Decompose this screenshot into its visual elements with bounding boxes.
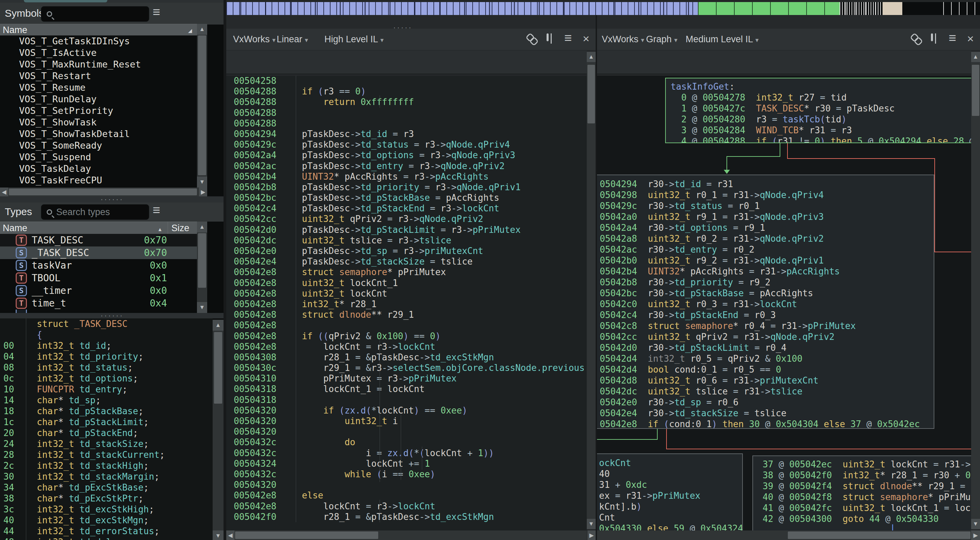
- hlil-vscrollbar[interactable]: ▲ ▼: [587, 51, 596, 530]
- split-pane-icon[interactable]: [931, 33, 933, 41]
- table-row[interactable]: S_TASK_DESC0x70: [0, 247, 197, 259]
- struct-line[interactable]: 1cchar* td_pStackLimit;: [0, 417, 213, 427]
- close-pane-icon[interactable]: ×: [967, 32, 974, 45]
- code-line[interactable]: 05042b8 r30->td_priority = r9_2: [600, 277, 934, 288]
- code-line[interactable]: 00504324 lockCnt += 1: [226, 459, 587, 469]
- list-item[interactable]: VOS_T_RunDelay: [0, 93, 197, 105]
- code-line[interactable]: 00504258: [226, 76, 587, 86]
- basic-block-entry[interactable]: taskInfoGet: 0 @ 00504278 int32_t r27 = …: [665, 78, 971, 143]
- mlil-vscrollbar[interactable]: ▲ ▼: [971, 51, 980, 530]
- code-line[interactable]: 00504288: [226, 108, 587, 118]
- code-line[interactable]: 38 @ 005042f0 int32_t* r28_1 = r30 + 0x4…: [763, 470, 971, 481]
- types-menu-icon[interactable]: ≡: [153, 204, 160, 217]
- code-line[interactable]: 0050432c do: [226, 437, 587, 448]
- code-line[interactable]: 0504294 r30->td_id = r31: [600, 178, 934, 190]
- code-line[interactable]: taskInfoGet:: [671, 81, 971, 92]
- code-line[interactable]: 005042e8 lockCnt = r3->lockCnt: [226, 501, 587, 512]
- scroll-up-icon[interactable]: ▲: [971, 52, 980, 62]
- code-line[interactable]: 05042bc r30->td_pStackBase = pAccRights: [600, 288, 934, 299]
- struct-line[interactable]: 04int32_t td_priority;: [0, 351, 213, 362]
- hlil-code-view[interactable]: 0050425800504288if (r3 == 0)00504288 ret…: [226, 76, 587, 530]
- code-line[interactable]: 00504318 lockCnt_1 = lockCnt: [226, 384, 587, 394]
- struct-line[interactable]: 0cint32_t td_options;: [0, 373, 213, 384]
- code-line[interactable]: 05042a8 uint32_t r0_2 = r31->qNode.qPriv…: [600, 233, 934, 244]
- scroll-up-icon[interactable]: ▲: [197, 24, 207, 35]
- scroll-right-icon[interactable]: ▶: [587, 530, 596, 540]
- struct-line[interactable]: 38char* td_pExcStkPtr;: [0, 493, 213, 504]
- list-item[interactable]: VOS_T_ShowTask: [0, 116, 197, 128]
- code-line[interactable]: 0050432c i = zx.d(*(lockCnt + 1)): [226, 448, 587, 459]
- types-vscrollbar[interactable]: ▲ ▼: [197, 221, 207, 313]
- code-line[interactable]: ockCnt: [599, 457, 742, 468]
- code-line[interactable]: 00504320 uint32_t i: [226, 416, 587, 427]
- splitter-symbols-types[interactable]: ······: [0, 196, 224, 202]
- binary-menu[interactable]: VxWorks ▾: [233, 34, 276, 45]
- pane-menu-icon[interactable]: ≡: [564, 31, 572, 44]
- code-line[interactable]: 005042f0 r28_1 = &pTaskDesc->td_excStkMg…: [226, 512, 587, 522]
- code-line[interactable]: 05042d0 r30->td_pStackLimit = r0_4: [600, 342, 934, 353]
- code-line[interactable]: 005042e0pTaskDesc->td_sp = r3->priMutexC…: [226, 246, 587, 256]
- code-line[interactable]: 00504318: [226, 395, 587, 405]
- list-item[interactable]: VOS_T_SomeReady: [0, 140, 197, 151]
- code-line[interactable]: 00504288if (r3 == 0): [226, 86, 587, 97]
- code-line[interactable]: 05042c8 struct semaphore* r0_4 = r31->pP…: [600, 320, 934, 331]
- struct-open-brace[interactable]: {: [0, 329, 213, 340]
- code-line[interactable]: 00504308 r28_1 = &pTaskDesc->td_excStkMg…: [226, 352, 587, 363]
- code-line[interactable]: 00504288: [226, 118, 587, 129]
- struct-line[interactable]: 08int32_t td_status;: [0, 362, 213, 373]
- basic-block-main[interactable]: 0504294 r30->td_id = r310504298 uint32_t…: [597, 175, 934, 429]
- code-line[interactable]: 005042a4pTaskDesc->td_options = r3->qNod…: [226, 150, 587, 161]
- scroll-down-icon[interactable]: ▼: [587, 519, 596, 529]
- close-pane-icon[interactable]: ×: [583, 32, 590, 45]
- il-menu[interactable]: High Level IL ▾: [325, 34, 384, 45]
- table-row[interactable]: Ttime_t0x4: [0, 297, 197, 309]
- struct-line[interactable]: 2cint32_t td_stackHigh;: [0, 460, 213, 471]
- struct-header[interactable]: struct _TASK_DESC: [0, 319, 213, 329]
- code-line[interactable]: 005042dcuint32_t tslice = r3->tslice: [226, 235, 587, 246]
- types-search-input[interactable]: [56, 207, 149, 218]
- list-item[interactable]: VOS_T_IsActive: [0, 47, 197, 59]
- code-line[interactable]: 0504298 uint32_t r0_1 = r31->qNode.qPriv…: [600, 190, 934, 201]
- scroll-down-icon[interactable]: ▼: [197, 177, 207, 188]
- symbols-vscrollbar[interactable]: ▲ ▼: [197, 24, 207, 188]
- scroll-up-icon[interactable]: ▲: [587, 52, 596, 62]
- code-line[interactable]: 0x504330 else 59 @ 0x504324: [599, 523, 742, 530]
- binary-menu[interactable]: VxWorks ▾: [602, 34, 644, 45]
- struct-vscrollbar[interactable]: ▲ ▼: [213, 319, 224, 540]
- code-line[interactable]: 0050432c while (i == 0xee): [226, 469, 587, 479]
- code-line[interactable]: 005042bcpTaskDesc->td_pStackBase = pAccR…: [226, 193, 587, 203]
- code-line[interactable]: 0 @ 00504278 int32_t r27 = tid: [671, 92, 971, 103]
- il-menu[interactable]: Medium Level IL ▾: [686, 34, 759, 45]
- code-line[interactable]: ex = r31->pPriMutex: [599, 490, 742, 501]
- table-row[interactable]: StaskVar0x0: [0, 259, 197, 272]
- struct-line[interactable]: 10FUNCPTR td_entry;: [0, 384, 213, 395]
- struct-line[interactable]: 44int32_t td_errorStatus;: [0, 526, 213, 537]
- struct-line[interactable]: 34char* td_pExcStkBase;: [0, 482, 213, 493]
- scroll-left-icon[interactable]: ◀: [226, 530, 234, 540]
- code-line[interactable]: 0050429cpTaskDesc->td_status = r3->qNode…: [226, 139, 587, 150]
- code-line[interactable]: 00504320 if (zx.d(*lockCnt) == 0xee): [226, 405, 587, 416]
- code-line[interactable]: 40 @ 005042f8 struct semaphore* pPriMute…: [763, 492, 971, 502]
- types-search[interactable]: [41, 204, 149, 220]
- code-line[interactable]: 05042a4 r30->td_options = r9_1: [600, 222, 934, 233]
- code-line[interactable]: 31 + 0xdc: [599, 479, 742, 490]
- view-menu[interactable]: Graph ▾: [646, 34, 678, 45]
- list-item[interactable]: VOS_T_ShowTaskDetail: [0, 128, 197, 140]
- code-line[interactable]: 05042d4 int32_t r0_5 = qPriv2 & 0x100: [600, 353, 934, 364]
- table-row[interactable]: S__timer0x0: [0, 284, 197, 297]
- code-line[interactable]: 42 @ 00504300 goto 44 @ 0x504330: [763, 513, 971, 524]
- code-line[interactable]: 3 @ 00504284 WIND_TCB* r31 = r3: [671, 125, 971, 136]
- struct-line[interactable]: 30int32_t td_stackMargin;: [0, 471, 213, 482]
- code-line[interactable]: 2 @ 00504280 r3 = taskTcb(tid): [671, 114, 971, 125]
- list-item[interactable]: VOS_TaskDelay: [0, 163, 197, 175]
- code-line[interactable]: 05042d4 bool cond:0_1 = r0_5 == 0: [600, 364, 934, 375]
- code-line[interactable]: 005042acpTaskDesc->td_entry = r3->qNode.…: [226, 161, 587, 172]
- struct-line[interactable]: 24int32_t td_stackSize;: [0, 438, 213, 449]
- code-line[interactable]: kCnt].b): [599, 501, 742, 512]
- struct-line[interactable]: 3cint32_t td_excStkHigh;: [0, 504, 213, 515]
- code-line[interactable]: 005042e8else: [226, 490, 587, 501]
- code-line[interactable]: 005042e8 lockCnt = r3->lockCnt: [226, 342, 587, 352]
- table-row[interactable]: TTBOOL0x1: [0, 272, 197, 284]
- list-item[interactable]: VOS_T_GetTaskIDInSys: [0, 35, 197, 47]
- code-line[interactable]: 4 @ 00504288 if (r31 != 0) then 5 @ 0x50…: [671, 136, 971, 143]
